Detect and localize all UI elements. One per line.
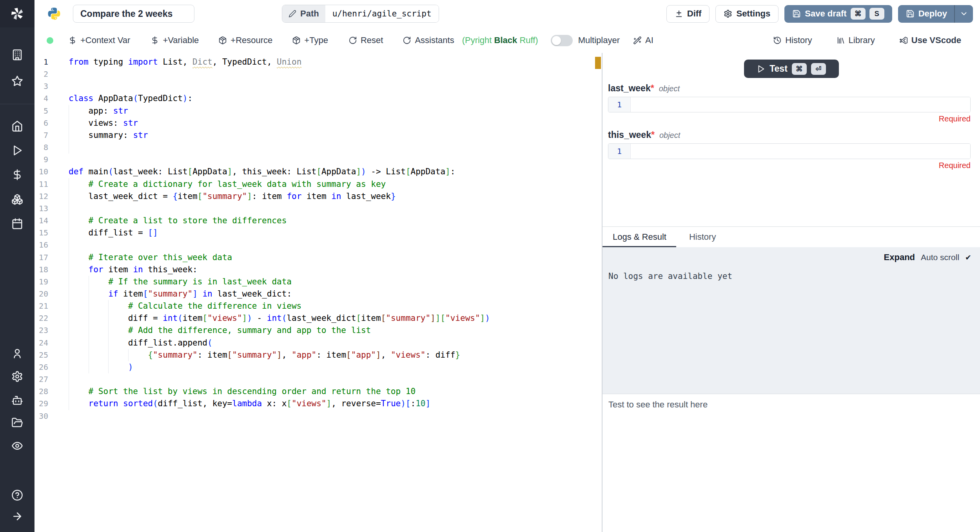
code-line[interactable]: 25 {"summary": item["summary"], "app": i…: [34, 349, 582, 361]
sidebar-item-runs[interactable]: [11, 145, 23, 156]
sidebar-item-favorites[interactable]: [11, 75, 23, 87]
test-label: Test: [769, 63, 788, 74]
json-input-field[interactable]: [631, 144, 970, 159]
code-lines[interactable]: 1from typing import List, Dict, TypedDic…: [34, 53, 582, 422]
code-line[interactable]: 12 last_week_dict = {item["summary"]: it…: [34, 190, 582, 203]
sidebar-item-audit-logs[interactable]: [11, 440, 23, 452]
library-icon: [837, 36, 845, 45]
library-button[interactable]: Library: [837, 35, 875, 45]
code-editor[interactable]: 1from typing import List, Dict, TypedDic…: [34, 53, 582, 532]
add-variable-button[interactable]: +Variable: [151, 35, 199, 45]
indent-guide: [69, 105, 69, 117]
settings-button[interactable]: Settings: [715, 5, 779, 23]
code-line[interactable]: 30: [34, 410, 582, 422]
code-line[interactable]: 21 # Calculate the difference in views: [34, 300, 582, 312]
code-line[interactable]: 1from typing import List, Dict, TypedDic…: [34, 56, 582, 68]
line-number: 30: [34, 410, 48, 422]
code-line[interactable]: 6 views: str: [34, 117, 582, 129]
code-line[interactable]: 18 for item in this_week:: [34, 264, 582, 276]
sidebar-item-users[interactable]: [11, 347, 23, 359]
arg-name: last_week: [608, 83, 651, 94]
code-line[interactable]: 27: [34, 373, 582, 385]
arg-name: this_week: [608, 130, 651, 140]
add-resource-button[interactable]: +Resource: [218, 35, 272, 45]
add-context-var-label: +Context Var: [80, 35, 130, 45]
line-number: 25: [34, 349, 48, 361]
s-key-badge: S: [869, 8, 884, 20]
gear-icon: [11, 371, 23, 382]
code-line[interactable]: 13: [34, 203, 582, 215]
tab-logs-result[interactable]: Logs & Result: [613, 232, 666, 242]
code-line[interactable]: 7 summary: str: [34, 129, 582, 141]
code-line[interactable]: 5 app: str: [34, 105, 582, 117]
multiplayer-toggle[interactable]: [551, 35, 573, 46]
line-number: 11: [34, 178, 48, 190]
script-status-dot: [47, 37, 53, 44]
sidebar-item-workers[interactable]: [11, 394, 23, 406]
code-line[interactable]: 15 diff_list = []: [34, 227, 582, 239]
code-line[interactable]: 24 diff_list.append(: [34, 337, 582, 349]
code-line[interactable]: 26 ): [34, 361, 582, 373]
sidebar-collapse-button[interactable]: [11, 510, 23, 522]
line-number: 4: [34, 92, 48, 105]
autoscroll-toggle[interactable]: Auto scroll: [921, 253, 959, 262]
code-line[interactable]: 4class AppData(TypedDict):: [34, 92, 582, 105]
sidebar-item-home[interactable]: [11, 120, 23, 132]
path-input[interactable]: u/henri/agile_script: [325, 5, 439, 22]
line-number: 22: [34, 312, 48, 324]
deploy-button[interactable]: Deploy: [898, 5, 973, 23]
add-context-var-button[interactable]: +Context Var: [68, 35, 130, 45]
code-line[interactable]: 9: [34, 154, 582, 166]
indent-guide: [108, 349, 109, 361]
code-line[interactable]: 28 # Sort the list by views in descendin…: [34, 385, 582, 398]
code-line[interactable]: 14 # Create a list to store the differen…: [34, 215, 582, 227]
code-line[interactable]: 23 # Add the difference, summary and app…: [34, 324, 582, 337]
tab-history[interactable]: History: [689, 232, 716, 242]
line-number: 12: [34, 190, 48, 203]
code-line[interactable]: 3: [34, 80, 582, 92]
edit-path-button[interactable]: Path: [282, 5, 325, 22]
code-line[interactable]: 17 # Iterate over this_week data: [34, 252, 582, 264]
vscode-icon: [899, 36, 908, 45]
code-line[interactable]: 19 # If the summary is in last_week data: [34, 276, 582, 288]
sidebar-item-schedules[interactable]: [11, 218, 23, 230]
save-draft-button[interactable]: Save draft ⌘ S: [784, 5, 892, 23]
indent-guide: [69, 385, 69, 398]
code-line[interactable]: 10def main(last_week: List[AppData], thi…: [34, 166, 582, 178]
sidebar-item-resources[interactable]: [11, 194, 23, 205]
json-input-gutter: 1: [608, 97, 631, 112]
code-line[interactable]: 20 if item["summary"] in last_week_dict:: [34, 288, 582, 300]
reset-button[interactable]: Reset: [348, 35, 383, 45]
last-week-json-input[interactable]: 1: [608, 97, 971, 112]
sidebar-item-variables[interactable]: [11, 169, 23, 181]
bottom-tabs: Logs & Result History: [603, 226, 980, 247]
code-line[interactable]: 8: [34, 141, 582, 154]
code-line[interactable]: 16: [34, 239, 582, 251]
cmd-key-badge: ⌘: [851, 8, 866, 20]
sidebar-item-help[interactable]: [11, 489, 23, 501]
robot-icon: [11, 394, 23, 406]
script-title-input[interactable]: Compare the 2 weeks: [73, 5, 194, 23]
sidebar-item-workspace[interactable]: [11, 49, 23, 61]
assistants-button[interactable]: Assistants: [403, 35, 454, 45]
json-input-field[interactable]: [631, 97, 970, 112]
test-button[interactable]: Test ⌘ ⏎: [744, 60, 839, 78]
code-line[interactable]: 11 # Create a dictionary for last_week d…: [34, 178, 582, 190]
code-line[interactable]: 29 return sorted(diff_list, key=lambda x…: [34, 398, 582, 410]
chevron-down-icon[interactable]: [960, 9, 968, 18]
workspace-logo-button[interactable]: [0, 0, 34, 27]
ai-button[interactable]: AI: [633, 35, 653, 45]
history-button[interactable]: History: [773, 35, 812, 45]
lint-ruff: Ruff): [517, 35, 538, 45]
this-week-json-input[interactable]: 1: [608, 143, 971, 159]
code-line[interactable]: 22 diff = int(item["views"]) - int(last_…: [34, 312, 582, 324]
indent-guide: [69, 178, 69, 190]
expand-button[interactable]: Expand: [884, 252, 915, 262]
diff-button[interactable]: Diff: [666, 5, 710, 23]
sidebar-item-folders[interactable]: [11, 417, 23, 429]
add-type-button[interactable]: +Type: [292, 35, 328, 45]
editor-overview-ruler[interactable]: [582, 53, 602, 532]
use-vscode-button[interactable]: Use VScode: [899, 35, 961, 45]
sidebar-item-settings[interactable]: [11, 371, 23, 382]
code-line[interactable]: 2: [34, 68, 582, 80]
